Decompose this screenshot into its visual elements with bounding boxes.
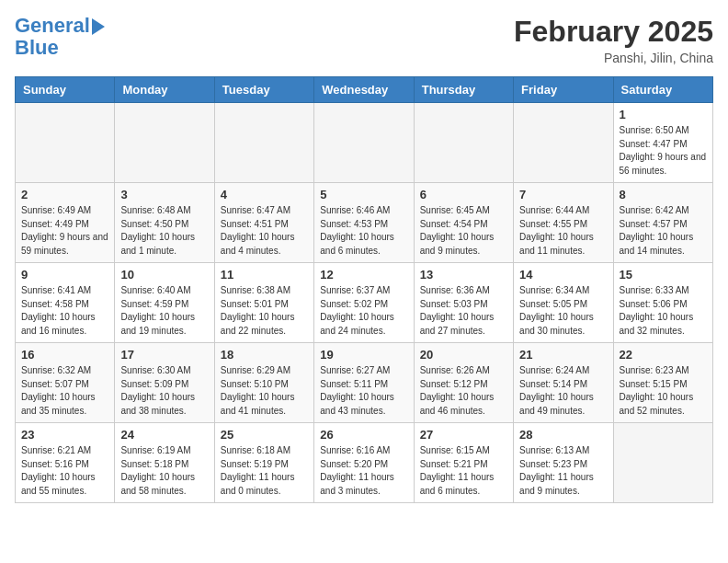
day-number: 8 [620,188,707,201]
day-number: 14 [519,268,607,282]
day-info: Sunrise: 6:19 AM Sunset: 5:18 PM Dayligh… [120,444,208,498]
day-info: Sunrise: 6:46 AM Sunset: 4:53 PM Dayligh… [320,204,407,258]
day-number: 6 [420,188,507,201]
calendar-cell: 27Sunrise: 6:15 AM Sunset: 5:21 PM Dayli… [414,423,513,503]
day-number: 17 [120,348,208,362]
day-info: Sunrise: 6:36 AM Sunset: 5:03 PM Dayligh… [420,284,507,338]
calendar-cell: 6Sunrise: 6:45 AM Sunset: 4:54 PM Daylig… [414,183,513,263]
day-info: Sunrise: 6:15 AM Sunset: 5:21 PM Dayligh… [420,444,507,498]
day-number: 10 [120,268,208,282]
col-header-sunday: Sunday [16,77,115,103]
calendar-cell: 23Sunrise: 6:21 AM Sunset: 5:16 PM Dayli… [16,423,115,503]
calendar-cell: 12Sunrise: 6:37 AM Sunset: 5:02 PM Dayli… [314,263,414,343]
col-header-wednesday: Wednesday [314,77,414,103]
logo: General Blue [15,15,105,59]
day-number: 15 [620,268,707,282]
month-title: February 2025 [514,15,713,49]
day-number: 4 [221,188,308,201]
calendar-cell [314,103,414,183]
day-info: Sunrise: 6:50 AM Sunset: 4:47 PM Dayligh… [620,124,707,178]
day-number: 11 [221,268,308,282]
day-number: 26 [320,428,407,442]
day-info: Sunrise: 6:40 AM Sunset: 4:59 PM Dayligh… [120,284,208,338]
day-info: Sunrise: 6:47 AM Sunset: 4:51 PM Dayligh… [221,204,308,258]
calendar-cell: 10Sunrise: 6:40 AM Sunset: 4:59 PM Dayli… [115,263,214,343]
calendar-cell: 3Sunrise: 6:48 AM Sunset: 4:50 PM Daylig… [115,183,214,263]
day-info: Sunrise: 6:45 AM Sunset: 4:54 PM Dayligh… [420,204,507,258]
day-number: 5 [320,188,407,201]
calendar-cell: 24Sunrise: 6:19 AM Sunset: 5:18 PM Dayli… [115,423,214,503]
calendar-cell: 19Sunrise: 6:27 AM Sunset: 5:11 PM Dayli… [314,343,414,423]
calendar-cell: 15Sunrise: 6:33 AM Sunset: 5:06 PM Dayli… [613,263,712,343]
day-info: Sunrise: 6:37 AM Sunset: 5:02 PM Dayligh… [320,284,407,338]
calendar-cell: 7Sunrise: 6:44 AM Sunset: 4:55 PM Daylig… [514,183,613,263]
calendar-cell: 16Sunrise: 6:32 AM Sunset: 5:07 PM Dayli… [16,343,115,423]
day-info: Sunrise: 6:13 AM Sunset: 5:23 PM Dayligh… [519,444,607,498]
day-number: 18 [221,348,308,362]
day-number: 20 [420,348,507,362]
calendar-cell: 25Sunrise: 6:18 AM Sunset: 5:19 PM Dayli… [214,423,313,503]
calendar-cell [16,103,115,183]
day-number: 2 [21,188,108,201]
calendar-cell: 4Sunrise: 6:47 AM Sunset: 4:51 PM Daylig… [214,183,313,263]
calendar-cell: 22Sunrise: 6:23 AM Sunset: 5:15 PM Dayli… [613,343,712,423]
day-number: 21 [519,348,607,362]
day-number: 7 [519,188,607,201]
calendar-week-row: 23Sunrise: 6:21 AM Sunset: 5:16 PM Dayli… [16,423,713,503]
calendar-cell [514,103,613,183]
day-info: Sunrise: 6:34 AM Sunset: 5:05 PM Dayligh… [519,284,607,338]
day-number: 24 [120,428,208,442]
calendar-week-row: 9Sunrise: 6:41 AM Sunset: 4:58 PM Daylig… [16,263,713,343]
day-info: Sunrise: 6:26 AM Sunset: 5:12 PM Dayligh… [420,364,507,418]
day-info: Sunrise: 6:21 AM Sunset: 5:16 PM Dayligh… [21,444,108,498]
day-info: Sunrise: 6:49 AM Sunset: 4:49 PM Dayligh… [21,204,108,258]
calendar-cell [214,103,313,183]
calendar-cell: 2Sunrise: 6:49 AM Sunset: 4:49 PM Daylig… [16,183,115,263]
location: Panshi, Jilin, China [514,51,713,65]
day-number: 19 [320,348,407,362]
col-header-friday: Friday [514,77,613,103]
col-header-thursday: Thursday [414,77,513,103]
logo-blue-text: Blue [15,37,59,59]
calendar-week-row: 1Sunrise: 6:50 AM Sunset: 4:47 PM Daylig… [16,103,713,183]
calendar-week-row: 16Sunrise: 6:32 AM Sunset: 5:07 PM Dayli… [16,343,713,423]
day-number: 9 [21,268,108,282]
day-info: Sunrise: 6:38 AM Sunset: 5:01 PM Dayligh… [221,284,308,338]
calendar-cell: 13Sunrise: 6:36 AM Sunset: 5:03 PM Dayli… [414,263,513,343]
day-number: 1 [620,108,707,121]
calendar-cell: 14Sunrise: 6:34 AM Sunset: 5:05 PM Dayli… [514,263,613,343]
calendar-cell [115,103,214,183]
calendar-header-row: SundayMondayTuesdayWednesdayThursdayFrid… [16,77,713,103]
day-number: 27 [420,428,507,442]
calendar-cell: 5Sunrise: 6:46 AM Sunset: 4:53 PM Daylig… [314,183,414,263]
day-info: Sunrise: 6:27 AM Sunset: 5:11 PM Dayligh… [320,364,407,418]
calendar-cell: 20Sunrise: 6:26 AM Sunset: 5:12 PM Dayli… [414,343,513,423]
calendar-cell: 18Sunrise: 6:29 AM Sunset: 5:10 PM Dayli… [214,343,313,423]
calendar-cell: 8Sunrise: 6:42 AM Sunset: 4:57 PM Daylig… [613,183,712,263]
calendar-cell: 26Sunrise: 6:16 AM Sunset: 5:20 PM Dayli… [314,423,414,503]
calendar-cell [414,103,513,183]
col-header-tuesday: Tuesday [214,77,313,103]
day-number: 23 [21,428,108,442]
day-info: Sunrise: 6:44 AM Sunset: 4:55 PM Dayligh… [519,204,607,258]
calendar-cell: 28Sunrise: 6:13 AM Sunset: 5:23 PM Dayli… [514,423,613,503]
calendar-cell: 1Sunrise: 6:50 AM Sunset: 4:47 PM Daylig… [613,103,712,183]
day-number: 13 [420,268,507,282]
day-info: Sunrise: 6:23 AM Sunset: 5:15 PM Dayligh… [620,364,707,418]
calendar-week-row: 2Sunrise: 6:49 AM Sunset: 4:49 PM Daylig… [16,183,713,263]
logo-text: General [15,15,90,37]
day-info: Sunrise: 6:18 AM Sunset: 5:19 PM Dayligh… [221,444,308,498]
day-info: Sunrise: 6:48 AM Sunset: 4:50 PM Dayligh… [120,204,208,258]
day-info: Sunrise: 6:32 AM Sunset: 5:07 PM Dayligh… [21,364,108,418]
day-number: 22 [620,348,707,362]
calendar-cell: 9Sunrise: 6:41 AM Sunset: 4:58 PM Daylig… [16,263,115,343]
day-info: Sunrise: 6:29 AM Sunset: 5:10 PM Dayligh… [221,364,308,418]
day-number: 3 [120,188,208,201]
calendar-table: SundayMondayTuesdayWednesdayThursdayFrid… [15,76,713,503]
day-number: 28 [519,428,607,442]
calendar-cell: 21Sunrise: 6:24 AM Sunset: 5:14 PM Dayli… [514,343,613,423]
day-info: Sunrise: 6:16 AM Sunset: 5:20 PM Dayligh… [320,444,407,498]
day-number: 16 [21,348,108,362]
day-info: Sunrise: 6:41 AM Sunset: 4:58 PM Dayligh… [21,284,108,338]
calendar-cell: 17Sunrise: 6:30 AM Sunset: 5:09 PM Dayli… [115,343,214,423]
